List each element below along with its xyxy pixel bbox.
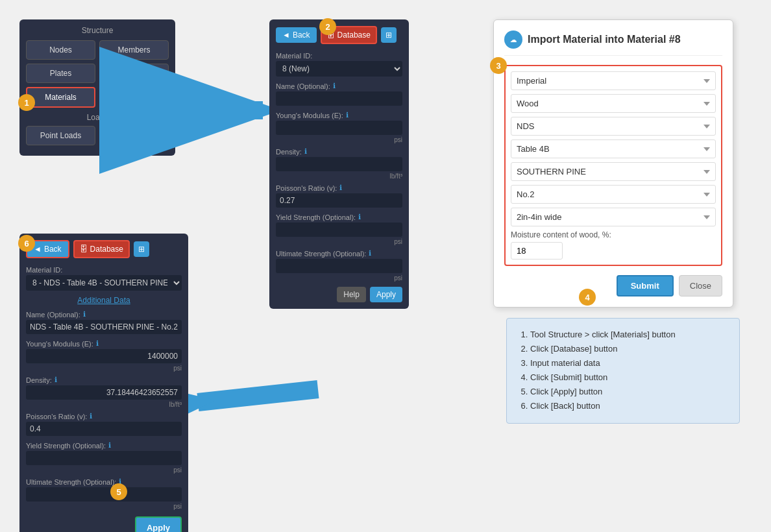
filled-density-unit: lb/ft³ — [26, 401, 182, 408]
database-icon2: 🗄 — [80, 245, 88, 254]
name-info-icon: ℹ — [333, 82, 336, 90]
filled-density-label: Density: ℹ — [26, 376, 182, 384]
yield-label: Yield Strength (Optional): ℹ — [276, 213, 402, 221]
back-arrow-icon: ◄ — [282, 30, 290, 40]
material-id-select[interactable]: 8 (New) — [276, 61, 402, 77]
step6-badge: 6 — [18, 235, 35, 252]
dropdown-size[interactable]: 2in-4in wide — [511, 208, 716, 226]
instruction-item-1: Tool Structure > click [Materials] butto… — [530, 328, 729, 342]
members-button[interactable]: Members — [99, 40, 169, 60]
materials-button[interactable]: Materials — [26, 87, 95, 108]
filled-ultimate-label: Ultimate Strength (Optional): ℹ — [26, 478, 182, 486]
yield-input[interactable] — [276, 223, 402, 237]
sections-button[interactable]: Sections — [99, 87, 169, 108]
filled-yield-info-icon: ℹ — [108, 441, 111, 450]
database-button-filled[interactable]: 🗄 Database — [73, 240, 130, 258]
filled-form-toolbar: ◄ Back 🗄 Database ⊞ — [26, 240, 182, 258]
modal-header: ☁ Import Material into Material #8 — [504, 30, 722, 56]
loads-btn-grid: Point Loads Moments — [26, 126, 169, 145]
instruction-item-4: Click [Submit] button — [530, 370, 729, 385]
structure-btn-grid: Nodes Members Plates Supports Materials … — [26, 40, 169, 108]
density-unit: lb/ft³ — [276, 173, 402, 180]
material-filled-panel: ◄ Back 🗄 Database ⊞ Material ID: 8 - NDS… — [19, 234, 188, 532]
yield-unit: psi — [276, 238, 402, 245]
yield-info-icon: ℹ — [358, 213, 361, 221]
name-input[interactable] — [276, 91, 402, 106]
apply-button-filled[interactable]: Apply — [135, 516, 182, 532]
ultimate-input[interactable] — [276, 259, 402, 273]
moments-button[interactable]: Moments — [99, 126, 169, 145]
skyciv-icon: ☁ — [510, 36, 517, 43]
filled-material-id-label: Material ID: — [26, 266, 182, 274]
instructions-list: Tool Structure > click [Materials] butto… — [517, 328, 729, 414]
ultimate-info-icon: ℹ — [369, 249, 371, 258]
dropdown-table4b[interactable]: Table 4B — [511, 139, 716, 158]
step1-badge: 1 — [18, 94, 35, 111]
dropdown-no2[interactable]: No.2 — [511, 185, 716, 204]
filled-poissons-input[interactable] — [26, 422, 182, 436]
filled-ultimate-unit: psi — [26, 503, 182, 510]
moisture-input[interactable] — [511, 242, 563, 260]
apply-footer: Apply — [26, 516, 182, 532]
material-id-label: Material ID: — [276, 52, 402, 60]
filled-density-info-icon: ℹ — [55, 376, 57, 384]
filled-yield-label: Yield Strength (Optional): ℹ — [26, 441, 182, 450]
filled-poissons-label: Poisson's Ratio (v): ℹ — [26, 412, 182, 420]
plates-button[interactable]: Plates — [26, 64, 95, 83]
youngs-unit: psi — [276, 136, 402, 143]
filled-name-label: Name (Optional): ℹ — [26, 310, 182, 319]
supports-button[interactable]: Supports — [99, 64, 169, 83]
point-loads-button[interactable]: Point Loads — [26, 126, 95, 145]
filled-poissons-info-icon: ℹ — [90, 412, 92, 420]
instruction-item-3: Input material data — [530, 356, 729, 370]
back-arrow-icon2: ◄ — [34, 245, 42, 254]
step3-badge: 3 — [490, 57, 507, 74]
grid-button-form[interactable]: ⊞ — [381, 27, 397, 43]
filled-youngs-label: Young's Modulus (E): ℹ — [26, 339, 182, 348]
skyciv-logo: ☁ — [504, 30, 522, 49]
filled-youngs-info-icon: ℹ — [96, 339, 99, 348]
additional-data-link[interactable]: Additional Data — [26, 296, 182, 305]
structure-panel: Structure Nodes Members Plates Supports … — [19, 19, 175, 156]
instruction-item-5: Click [Apply] button — [530, 385, 729, 399]
ultimate-label: Ultimate Strength (Optional): ℹ — [276, 249, 402, 258]
filled-yield-input[interactable] — [26, 451, 182, 465]
close-button[interactable]: Close — [679, 275, 722, 296]
step4-badge: 4 — [579, 289, 596, 306]
form-toolbar: ◄ Back 🗄 Database ⊞ — [276, 26, 402, 44]
loads-title: Loads — [26, 113, 169, 122]
filled-material-id-select[interactable]: 8 - NDS - Table 4B - SOUTHERN PINE — [26, 275, 182, 291]
step2-badge: 2 — [319, 18, 336, 35]
filled-name-input[interactable] — [26, 320, 182, 334]
moisture-label: Moisture content of wood, %: — [511, 230, 716, 239]
filled-density-input[interactable] — [26, 385, 182, 400]
density-info-icon: ℹ — [304, 147, 307, 156]
step5-badge: 5 — [110, 483, 127, 500]
density-input[interactable] — [276, 157, 402, 171]
youngs-info-icon: ℹ — [346, 111, 349, 119]
dropdown-southern-pine[interactable]: SOUTHERN PINE — [511, 162, 716, 181]
apply-button-form[interactable]: Apply — [370, 287, 402, 302]
instruction-item-6: Click [Back] button — [530, 399, 729, 413]
back-button-form[interactable]: ◄ Back — [276, 27, 317, 43]
structure-title: Structure — [26, 26, 169, 35]
dropdown-nds[interactable]: NDS — [511, 117, 716, 136]
youngs-input[interactable] — [276, 121, 402, 135]
instructions-box: Tool Structure > click [Materials] butto… — [506, 318, 740, 424]
submit-button[interactable]: Submit — [617, 275, 674, 296]
grid-button-filled[interactable]: ⊞ — [134, 241, 149, 257]
filled-youngs-input[interactable] — [26, 349, 182, 363]
nodes-button[interactable]: Nodes — [26, 40, 95, 60]
dropdown-imperial[interactable]: Imperial — [511, 71, 716, 90]
poissons-input[interactable] — [276, 193, 402, 208]
poissons-label: Poisson's Ratio (v): ℹ — [276, 184, 402, 192]
filled-youngs-unit: psi — [26, 365, 182, 372]
import-modal: ☁ Import Material into Material #8 Imper… — [493, 19, 733, 308]
filled-name-info-icon: ℹ — [83, 310, 86, 319]
filled-ultimate-input[interactable] — [26, 487, 182, 502]
ultimate-unit: psi — [276, 274, 402, 282]
instruction-item-2: Click [Database] button — [530, 342, 729, 356]
poissons-info-icon: ℹ — [339, 184, 342, 192]
help-button[interactable]: Help — [337, 287, 366, 302]
dropdown-wood[interactable]: Wood — [511, 94, 716, 113]
